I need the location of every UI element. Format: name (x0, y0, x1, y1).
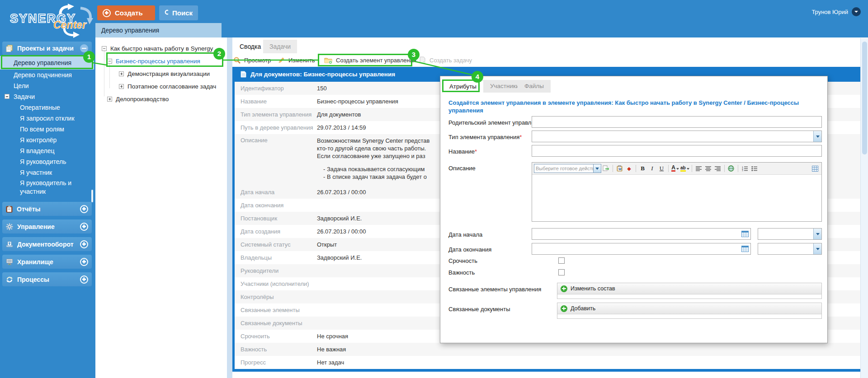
svg-text:W: W (618, 168, 622, 171)
change-composition-button[interactable]: Изменить состав (557, 283, 821, 294)
italic-icon[interactable]: I (648, 164, 656, 173)
gear-icon (6, 223, 13, 230)
tab-summary[interactable]: Сводка (233, 40, 267, 53)
report-icon (6, 205, 13, 213)
expand-plus-icon[interactable] (80, 223, 88, 231)
bold-icon[interactable]: B (638, 164, 647, 173)
add-document-button[interactable]: Добавить (557, 303, 821, 314)
page-plus-icon (419, 56, 426, 64)
time-start-combobox[interactable] (758, 228, 822, 240)
vertical-scrollbar-track[interactable] (860, 38, 868, 378)
sidebar-section-processes[interactable]: Процессы (2, 272, 92, 286)
tree-node-recordkeeping[interactable]: Делопроизводство (95, 93, 227, 105)
tree-node-business-processes[interactable]: Бизнес-процессы управления (95, 55, 227, 67)
importance-checkbox[interactable] (558, 269, 565, 275)
type-select-input[interactable] (532, 131, 822, 142)
row-label: Прогресс (235, 359, 317, 366)
row-label: Идентификатор (235, 85, 317, 92)
collapse-expander-icon[interactable] (107, 59, 112, 64)
type-dropdown-button[interactable] (813, 131, 821, 142)
sidebar-item-manager[interactable]: Я руководитель (0, 156, 94, 167)
sidebar-item-control-tree[interactable]: Дерево управления (0, 56, 94, 70)
expand-expander-icon[interactable] (119, 71, 124, 76)
table-grid-icon[interactable] (811, 164, 819, 173)
numbered-list-icon[interactable]: 123 (741, 164, 749, 173)
sidebar-section-storage[interactable]: Хранилище (2, 255, 92, 269)
time-end-combobox[interactable] (758, 243, 822, 255)
time-dropdown-button[interactable] (813, 243, 821, 254)
vertical-scrollbar-thumb[interactable] (862, 42, 867, 154)
font-color-icon[interactable]: A (671, 164, 679, 173)
panel-splitter[interactable] (227, 37, 232, 378)
align-left-icon[interactable] (694, 164, 703, 173)
svg-text:3: 3 (742, 169, 743, 171)
paste-from-word-icon[interactable]: W (615, 164, 624, 173)
sidebar-item-operative[interactable]: Оперативные (0, 102, 94, 113)
expand-plus-icon[interactable] (80, 258, 88, 266)
source-code-icon[interactable]: ◆ (625, 164, 633, 173)
urgency-checkbox[interactable] (558, 257, 565, 264)
date-start-input[interactable] (532, 228, 751, 240)
parent-element-label: Родительский элемент управления (448, 119, 544, 126)
parent-element-input[interactable] (532, 116, 822, 128)
green-plus-icon (561, 305, 567, 312)
sidebar-item-participant[interactable]: Я участник (0, 167, 94, 178)
row-value: Не важная (317, 346, 860, 353)
calendar-icon[interactable] (741, 245, 749, 252)
toolbar-create-task-button[interactable]: Создать задачу (419, 54, 472, 66)
sidebar-section-reports[interactable]: Отчёты (2, 202, 92, 216)
sidebar-section-docflow[interactable]: Документооборот (2, 237, 92, 251)
app-window: SYNERGY Center Создать Поиск Трунов Юрий… (0, 0, 868, 378)
tab-tasks[interactable]: Задачи (263, 40, 297, 53)
collapse-expander-icon[interactable] (5, 94, 9, 99)
search-button[interactable]: Поиск (159, 5, 198, 20)
align-center-icon[interactable] (704, 164, 712, 173)
dialog-tab-attributes[interactable]: Атрибуты (442, 80, 484, 93)
sidebar-item-all-roles[interactable]: По всем ролям (0, 124, 94, 135)
dialog-tab-files[interactable]: Файлы (518, 80, 551, 93)
sidebar-item-goals[interactable]: Цели (0, 80, 94, 91)
underline-icon[interactable]: U (657, 164, 666, 173)
sidebar-item-subordination-tree[interactable]: Дерево подчинения (0, 70, 94, 80)
name-input[interactable] (532, 145, 822, 157)
sidebar-item-manager-and-participant[interactable]: Я руководитель и участник (0, 178, 86, 197)
editor-text-area[interactable] (532, 175, 821, 221)
sidebar-section-projects[interactable]: Проекты и задачи (2, 42, 92, 55)
create-button[interactable]: Создать (97, 5, 155, 20)
tree-node-label: Поэтапное согласование задач (127, 83, 216, 90)
expand-plus-icon[interactable] (80, 205, 88, 213)
toolbar-edit-button[interactable]: Изменить (278, 54, 315, 66)
collapse-expander-icon[interactable] (102, 46, 107, 51)
toolbar-create-control-element-button[interactable]: Создать элемент управления (324, 54, 416, 66)
sidebar-item-requested-response[interactable]: Я запросил отклик (0, 113, 94, 124)
dropdown-arrow-icon (816, 248, 820, 252)
sidebar-section-management[interactable]: Управление (2, 219, 92, 233)
expand-plus-icon[interactable] (80, 240, 88, 248)
calendar-icon[interactable] (741, 230, 749, 237)
link-globe-icon[interactable] (727, 164, 736, 173)
expand-expander-icon[interactable] (107, 97, 112, 102)
expand-plus-icon[interactable] (80, 275, 88, 284)
toolbar-view-button[interactable]: Просмотр (233, 54, 271, 66)
insert-template-icon[interactable] (602, 164, 610, 173)
sidebar-scrollbar[interactable] (91, 190, 93, 202)
tree-panel-tab[interactable]: Дерево управления (95, 23, 222, 37)
user-menu[interactable]: Трунов Юрий (811, 7, 861, 16)
sidebar-item-tasks[interactable]: Задачи (0, 91, 94, 102)
select-dropdown-button[interactable] (594, 164, 601, 173)
tree-node-visualization-demo[interactable]: Демонстрация визуализации (95, 67, 227, 80)
bullet-list-icon[interactable] (750, 164, 759, 173)
collapse-icon[interactable] (80, 44, 88, 52)
description-rich-editor[interactable]: Выберите готовое действи W ◆ B I U A ab (532, 162, 822, 222)
align-right-icon[interactable] (713, 164, 722, 173)
tree-node-quick-start[interactable]: Как быстро начать работу в Synergy (95, 42, 227, 55)
expand-expander-icon[interactable] (119, 84, 124, 89)
sidebar-item-controller[interactable]: Я контролёр (0, 135, 94, 145)
row-label: Путь в дереве управления (235, 124, 317, 131)
tree-node-staged-approval[interactable]: Поэтапное согласование задач (95, 80, 227, 93)
highlight-color-icon[interactable]: ab (680, 164, 689, 173)
time-dropdown-button[interactable] (813, 229, 821, 239)
sidebar-item-owner[interactable]: Я владелец (0, 145, 94, 156)
date-end-input[interactable] (532, 243, 751, 255)
ready-action-select[interactable]: Выберите готовое действи (534, 164, 594, 173)
